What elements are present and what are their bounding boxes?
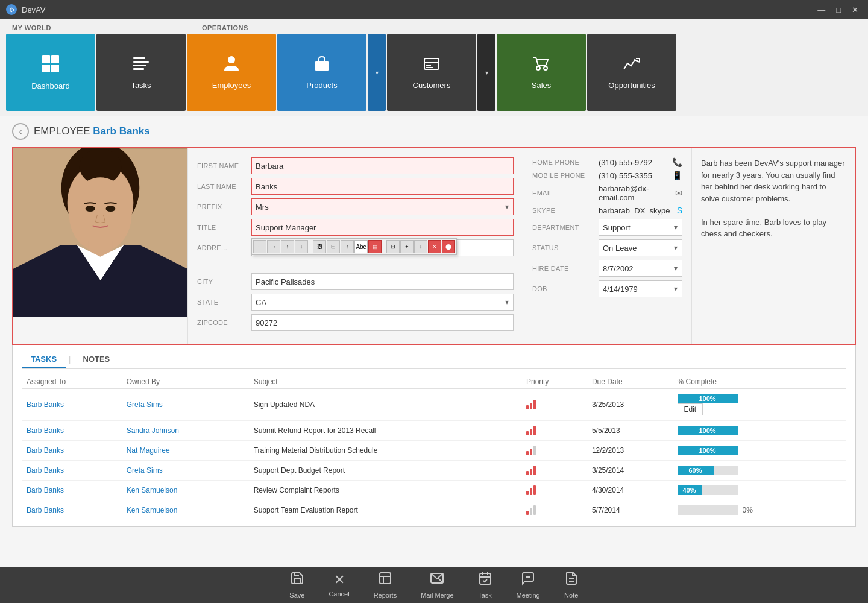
cancel-action[interactable]: ✕ Cancel <box>329 572 349 598</box>
title-input[interactable] <box>251 219 514 236</box>
last-name-label: LAST NAME <box>197 183 251 190</box>
zipcode-row: ZIPCODE <box>197 314 514 331</box>
right-form-section: HOME PHONE (310) 555-9792 📞 MOBILE PHONE… <box>523 148 692 344</box>
customers-group: Customers ▾ <box>387 34 495 111</box>
svg-rect-12 <box>426 65 431 66</box>
email-value: barbarab@dx-email.com ✉ <box>599 184 682 202</box>
reports-action[interactable]: Reports <box>374 571 397 599</box>
employee-card: ☰ <box>12 147 856 345</box>
table-row: Barb Banks Greta Sims Support Dept Budge… <box>22 461 846 481</box>
department-select[interactable]: Support Sales Engineering <box>599 219 682 236</box>
addr-red-btn2[interactable]: ⬤ <box>442 240 455 253</box>
svg-rect-3 <box>51 65 59 72</box>
addr-plus-icon[interactable]: + <box>400 240 414 253</box>
save-label: Save <box>289 592 304 599</box>
col-assigned-to: Assigned To <box>22 375 122 389</box>
close-button[interactable]: ✕ <box>848 4 862 16</box>
cell-due-date: 5/5/2013 <box>587 421 673 441</box>
first-name-label: FIRST NAME <box>197 162 251 169</box>
cell-priority <box>521 461 587 481</box>
table-row: Barb Banks Ken Samuelson Support Team Ev… <box>22 500 846 520</box>
products-dropdown-arrow: ▾ <box>376 69 379 76</box>
addr-delete-btn[interactable]: ✕ <box>428 240 441 253</box>
nav-tile-dashboard[interactable]: Dashboard <box>6 34 95 111</box>
note-action[interactable]: Note <box>564 571 579 599</box>
cell-owned-by: Ken Samuelson <box>122 481 249 500</box>
city-input[interactable] <box>251 273 514 290</box>
addr-down2-icon[interactable]: ↓ <box>414 240 427 253</box>
cell-percent-complete: 60% <box>673 461 847 481</box>
meeting-action[interactable]: Meeting <box>517 571 540 599</box>
mail-merge-label: Mail Merge <box>421 592 453 599</box>
addr-left-icon[interactable]: ← <box>253 240 266 253</box>
svg-rect-24 <box>380 573 391 584</box>
cell-assigned-to: Barb Banks <box>22 500 122 520</box>
cell-subject: Support Team Evaluation Report <box>249 500 521 520</box>
addr-red-btn1[interactable]: ▤ <box>368 240 382 253</box>
edit-button[interactable]: Edit <box>678 403 703 415</box>
task-action[interactable]: Task <box>478 571 492 599</box>
zipcode-input[interactable] <box>251 314 514 331</box>
col-subject: Subject <box>249 375 521 389</box>
last-name-input[interactable] <box>251 178 514 195</box>
addr-right-icon[interactable]: → <box>267 240 280 253</box>
customers-label: Customers <box>413 81 451 90</box>
window-controls[interactable]: — □ ✕ <box>814 4 862 16</box>
addr-up-icon[interactable]: ↑ <box>281 240 294 253</box>
dob-select[interactable]: 4/14/1979 <box>599 280 682 297</box>
reports-icon <box>378 571 392 589</box>
hire-date-select[interactable]: 8/7/2002 <box>599 260 682 277</box>
nav-tile-sales[interactable]: Sales <box>497 34 586 111</box>
addr-text-btn-abc[interactable]: Abc <box>354 240 368 253</box>
nav-tile-customers[interactable]: Customers <box>387 34 476 111</box>
products-dropdown-button[interactable]: ▾ <box>368 34 386 111</box>
addr-layout-icon[interactable]: ⊟ <box>327 240 340 253</box>
phone-icon: 📞 <box>672 157 682 167</box>
addr-minus-icon[interactable]: ⊟ <box>386 240 400 253</box>
task-label: Task <box>478 592 492 599</box>
title-bar: ⚙ DevAV — □ ✕ <box>0 0 868 19</box>
tab-notes[interactable]: NOTES <box>74 351 119 368</box>
status-label: STATUS <box>532 244 599 251</box>
state-select[interactable]: CA NY TX <box>251 294 514 311</box>
tab-tasks[interactable]: TASKS <box>22 351 66 368</box>
department-select-wrapper: Support Sales Engineering <box>599 219 682 236</box>
nav-labels: MY WORLD OPERATIONS <box>0 19 868 34</box>
svg-rect-1 <box>51 55 59 63</box>
tasks-section: TASKS | NOTES Assigned To Owned By Subje… <box>12 345 856 527</box>
prefix-label: PREFIX <box>197 203 251 210</box>
skype-icon: S <box>677 206 682 215</box>
addr-up2-icon[interactable]: ↑ <box>341 240 354 253</box>
cell-due-date: 5/7/2014 <box>587 500 673 520</box>
maximize-button[interactable]: □ <box>832 4 844 16</box>
dashboard-label: Dashboard <box>31 81 70 90</box>
dob-row: DOB 4/14/1979 <box>532 280 682 297</box>
first-name-input[interactable] <box>251 157 514 174</box>
nav-tile-opportunities[interactable]: Opportunities <box>587 34 676 111</box>
svg-point-22 <box>86 206 95 212</box>
nav-tiles: Dashboard Tasks Employees <box>0 34 868 116</box>
bio-text-2: In her spare time, Barb loves to play ch… <box>701 216 846 240</box>
nav-tile-employees[interactable]: Employees <box>187 34 276 111</box>
customers-dropdown-button[interactable]: ▾ <box>477 34 495 111</box>
cell-owned-by: Ken Samuelson <box>122 500 249 520</box>
status-select[interactable]: On Leave Active Terminated <box>599 239 682 256</box>
app-icon: ⚙ <box>6 4 17 15</box>
cell-percent-complete: 100% Edit <box>673 389 847 421</box>
mobile-icon: 📱 <box>672 171 682 180</box>
nav-tile-tasks[interactable]: Tasks <box>96 34 186 111</box>
minimize-button[interactable]: — <box>814 4 829 16</box>
photo-section: ☰ <box>13 148 188 344</box>
tasks-label: Tasks <box>131 81 151 90</box>
city-label: CITY <box>197 278 251 285</box>
cell-subject: Submit Refund Report for 2013 Recall <box>249 421 521 441</box>
save-action[interactable]: Save <box>289 571 304 599</box>
back-button[interactable]: ‹ <box>12 123 29 140</box>
nav-tile-products[interactable]: Products <box>277 34 366 111</box>
addr-image-icon[interactable]: 🖼 <box>313 240 326 253</box>
prefix-select[interactable]: Mrs Mr Ms Dr <box>251 198 514 215</box>
mail-merge-action[interactable]: Mail Merge <box>421 571 453 599</box>
addr-down-icon[interactable]: ↓ <box>295 240 308 253</box>
mobile-phone-value: (310) 555-3355 📱 <box>599 171 682 180</box>
cell-due-date: 12/2/2013 <box>587 441 673 461</box>
